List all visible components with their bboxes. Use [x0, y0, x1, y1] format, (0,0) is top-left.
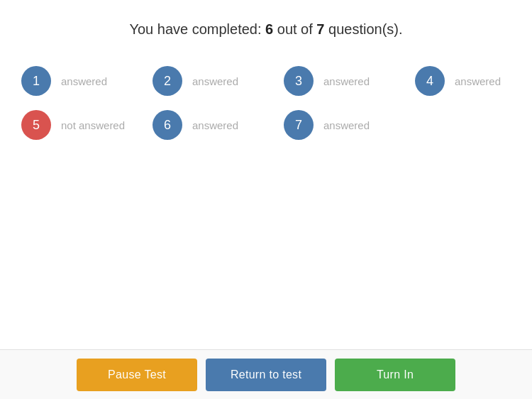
question-badge-1: 1 — [21, 66, 51, 96]
pause-test-button[interactable]: Pause Test — [77, 359, 197, 391]
question-item-7[interactable]: 7 answered — [284, 110, 415, 140]
question-item-2[interactable]: 2 answered — [153, 66, 284, 96]
question-badge-2: 2 — [153, 66, 182, 96]
question-status-6: answered — [192, 119, 238, 131]
question-item-6[interactable]: 6 answered — [153, 110, 284, 140]
question-badge-3: 3 — [284, 66, 314, 96]
turn-in-button[interactable]: Turn In — [335, 359, 455, 391]
question-item-3[interactable]: 3 answered — [284, 66, 415, 96]
question-status-5: not answered — [61, 119, 125, 131]
question-item-4[interactable]: 4 answered — [415, 66, 532, 96]
question-badge-4: 4 — [415, 66, 445, 96]
question-item-1[interactable]: 1 answered — [21, 66, 153, 96]
question-status-1: answered — [61, 75, 107, 87]
footer: Pause Test Return to test Turn In — [0, 349, 532, 399]
questions-grid: 1 answered 2 answered 3 answered 4 answe… — [0, 66, 532, 140]
question-status-7: answered — [323, 119, 370, 131]
question-badge-5: 5 — [21, 110, 51, 140]
question-badge-6: 6 — [153, 110, 182, 140]
header: You have completed: 6 out of 7 question(… — [129, 21, 402, 38]
question-status-2: answered — [192, 75, 238, 87]
question-item-5[interactable]: 5 not answered — [21, 110, 153, 140]
question-badge-7: 7 — [284, 110, 314, 140]
return-to-test-button[interactable]: Return to test — [206, 359, 326, 391]
question-status-3: answered — [323, 75, 370, 87]
question-status-4: answered — [455, 75, 501, 87]
